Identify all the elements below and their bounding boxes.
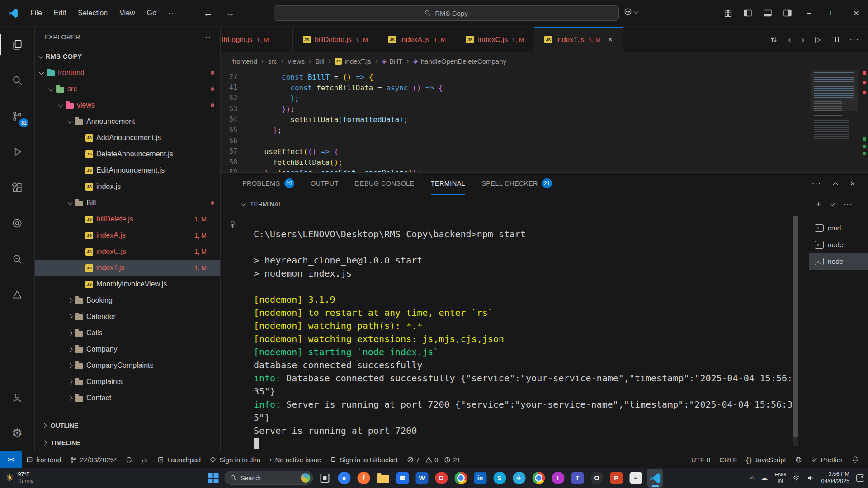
tree-item-Calender[interactable]: Calender xyxy=(35,309,220,325)
tab-indexC.js[interactable]: JSindexC.js1, M xyxy=(456,27,534,52)
code-line[interactable]: 55 }; xyxy=(221,125,868,136)
taskbar-app-obs[interactable]: O xyxy=(589,469,605,488)
chevron-down-icon[interactable] xyxy=(241,201,245,206)
extensions-icon[interactable] xyxy=(0,169,34,205)
tree-item-Complaints[interactable]: Complaints xyxy=(35,374,220,390)
taskbar-app-skype[interactable]: S xyxy=(492,469,508,488)
breadcrumb-item-views[interactable]: views xyxy=(288,57,305,65)
breadcrumb-item-Bill[interactable]: Bill xyxy=(316,57,325,65)
code-line[interactable]: 59 }, [openAdd, openEdit, openDelete]); xyxy=(221,168,868,172)
launchpad-item[interactable]: Launchpad xyxy=(153,451,205,468)
terminal-profile-chevron-icon[interactable] xyxy=(830,201,835,206)
toggle-secondary-sidebar-icon[interactable] xyxy=(778,0,797,26)
run-debug-icon[interactable] xyxy=(0,134,34,169)
maximize-button[interactable]: □ xyxy=(821,0,844,26)
explorer-more-actions-icon[interactable]: ··· xyxy=(202,33,211,42)
close-button[interactable]: × xyxy=(844,0,868,26)
toggle-panel-icon[interactable] xyxy=(758,0,778,26)
source-control-icon[interactable]: 31 xyxy=(0,98,34,134)
breadcrumb-item-indexT.js[interactable]: JSindexT.js xyxy=(335,57,371,65)
taskbar-app-instagram[interactable]: I xyxy=(550,469,566,488)
code-line[interactable]: 27 const BillT = () => { xyxy=(221,72,868,83)
terminal[interactable]: C:\Users\LENOVO\Desktop\RMS Copy\backend… xyxy=(221,213,868,451)
tree-item-Calls[interactable]: Calls xyxy=(35,325,220,341)
tree-item-DeleteAnnouncement.js[interactable]: JSDeleteAnnouncement.js xyxy=(35,146,220,162)
taskbar-app-telegram[interactable]: ✈ xyxy=(511,469,527,488)
history-back-icon[interactable]: ← xyxy=(203,8,213,19)
tree-item-billDelete.js[interactable]: JSbillDelete.js1, M xyxy=(35,211,220,227)
taskbar-app-file-explorer[interactable] xyxy=(375,469,391,488)
search-icon[interactable] xyxy=(0,62,34,98)
bitbucket-signin-item[interactable]: Sign in to Bitbucket xyxy=(326,451,402,468)
code-line[interactable]: 54 setBillData(formattedData); xyxy=(221,114,868,125)
panel-more-actions-icon[interactable]: ··· xyxy=(811,179,821,188)
panel-tab-spell-checker[interactable]: SPELL CHECKER21 xyxy=(481,173,552,195)
extension-view-icon-1[interactable] xyxy=(0,205,34,241)
taskbar-app-mail[interactable]: ✉ xyxy=(395,469,410,488)
close-panel-icon[interactable]: × xyxy=(850,178,855,189)
breadcrumb-item-BillT[interactable]: ◈BillT xyxy=(382,57,402,65)
tree-item-index.js[interactable]: JSindex.js xyxy=(35,178,220,195)
menu-file[interactable]: File xyxy=(24,0,48,26)
notifications-bell-icon[interactable] xyxy=(847,451,863,468)
outline-section[interactable]: OUTLINE xyxy=(35,417,220,434)
terminal-more-actions-icon[interactable]: ··· xyxy=(843,199,853,209)
hidden-icons-chevron[interactable] xyxy=(750,476,755,481)
panel-tab-terminal[interactable]: TERMINAL xyxy=(431,173,466,195)
taskbar-app-opera[interactable]: O xyxy=(434,469,449,488)
taskbar-app-task-view[interactable] xyxy=(317,469,333,488)
extension-view-icon-2[interactable] xyxy=(0,241,34,277)
panel-tab-output[interactable]: OUTPUT xyxy=(311,173,339,195)
tab-indexT.js[interactable]: JSindexT.js1, M× xyxy=(534,27,623,52)
workspace-indicator[interactable]: frontend xyxy=(22,451,66,468)
remote-indicator[interactable]: >< xyxy=(0,451,22,468)
new-terminal-icon[interactable]: + xyxy=(816,199,821,210)
start-button[interactable] xyxy=(205,469,221,488)
code-line[interactable]: 41 const fetchBillData = async () => { xyxy=(221,83,868,94)
code-editor[interactable]: 27 const BillT = () => {41 const fetchBi… xyxy=(221,70,868,172)
compare-changes-icon[interactable] xyxy=(770,36,778,43)
volume-icon[interactable] xyxy=(807,475,814,481)
active-issue-item[interactable]: › No active issue xyxy=(265,451,326,468)
tree-item-Bill[interactable]: Bill xyxy=(35,195,220,211)
code-line[interactable]: 56 xyxy=(221,136,868,147)
notification-center-icon[interactable] xyxy=(856,474,864,482)
git-branch-indicator[interactable]: 22/03/2025* xyxy=(66,451,121,468)
terminal-scrollbar[interactable] xyxy=(793,216,798,446)
breadcrumb-item-frontend[interactable]: frontend xyxy=(232,57,257,65)
taskbar-app-firefox[interactable]: f xyxy=(356,469,372,488)
tab-thLogin.js[interactable]: thLogin.js1, M xyxy=(221,27,293,52)
tree-item-EditAnnouncement.js[interactable]: JSEditAnnouncement.js xyxy=(35,162,220,178)
tree-item-frontend[interactable]: frontend xyxy=(35,65,220,81)
panel-tab-debug-console[interactable]: DEBUG CONSOLE xyxy=(355,173,415,195)
breadcrumb-item-handleOpenDeleteCompany[interactable]: ◈handleOpenDeleteCompany xyxy=(413,57,506,65)
tree-item-AddAnouncement.js[interactable]: JSAddAnouncement.js xyxy=(35,130,220,146)
tree-item-CompanyComplaints[interactable]: CompanyComplaints xyxy=(35,357,220,374)
taskbar-app-edge[interactable]: e xyxy=(336,469,352,488)
weather-widget[interactable]: ☀ 97°F Sunny xyxy=(0,471,104,484)
settings-gear-icon[interactable]: ⚙ xyxy=(0,415,34,451)
code-line[interactable]: 53 }); xyxy=(221,104,868,115)
jira-signin-item[interactable]: Sign in to Jira xyxy=(205,451,265,468)
ports-globe-icon[interactable] xyxy=(791,451,807,468)
formatter-indicator[interactable]: Prettier xyxy=(807,451,847,468)
tree-item-Company[interactable]: Company xyxy=(35,341,220,357)
onedrive-cloud-icon[interactable]: ☁ xyxy=(761,474,768,482)
minimize-button[interactable]: – xyxy=(797,0,821,26)
tree-item-indexA.js[interactable]: JSindexA.js1, M xyxy=(35,227,220,244)
run-file-icon[interactable]: ▷ xyxy=(815,35,821,44)
tree-item-views[interactable]: views xyxy=(35,97,220,113)
split-editor-icon[interactable] xyxy=(832,37,839,42)
next-change-icon[interactable]: › xyxy=(802,35,804,44)
taskbar-app-chrome[interactable] xyxy=(453,469,469,488)
tree-item-indexC.js[interactable]: JSindexC.js1, M xyxy=(35,244,220,260)
menu-selection[interactable]: Selection xyxy=(72,0,113,26)
explorer-icon[interactable] xyxy=(0,27,34,62)
encoding-indicator[interactable]: UTF-8 xyxy=(687,451,715,468)
maximize-panel-icon[interactable] xyxy=(833,182,838,187)
clock-widget[interactable]: 3:56 PM 04/04/2025 xyxy=(821,471,849,485)
customize-layout-icon[interactable] xyxy=(718,0,738,26)
breadcrumb-item-src[interactable]: src xyxy=(268,57,277,65)
code-line[interactable]: 58 fetchBillData(); xyxy=(221,157,868,168)
taskbar-app-powerpoint[interactable]: P xyxy=(609,469,624,488)
